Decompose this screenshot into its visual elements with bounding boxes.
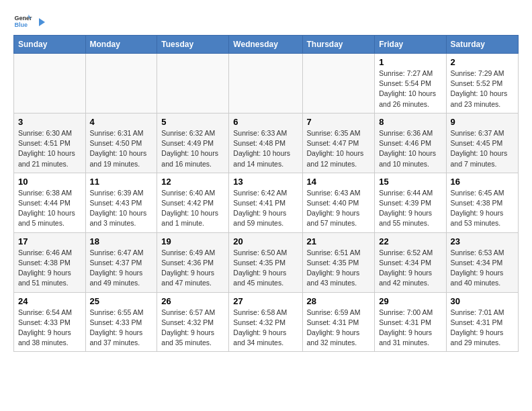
calendar-cell: 28Sunrise: 6:59 AM Sunset: 4:31 PM Dayli… (302, 292, 375, 352)
day-info: Sunrise: 6:46 AM Sunset: 4:38 PM Dayligh… (18, 248, 81, 289)
day-info: Sunrise: 6:37 AM Sunset: 4:45 PM Dayligh… (451, 128, 514, 169)
calendar-cell: 11Sunrise: 6:39 AM Sunset: 4:43 PM Dayli… (85, 173, 157, 232)
day-info: Sunrise: 7:01 AM Sunset: 4:31 PM Dayligh… (451, 308, 514, 349)
logo: General Blue (13, 11, 47, 30)
calendar-cell: 17Sunrise: 6:46 AM Sunset: 4:38 PM Dayli… (14, 232, 86, 292)
day-number: 9 (451, 117, 514, 127)
day-number: 14 (307, 177, 371, 187)
day-info: Sunrise: 6:50 AM Sunset: 4:35 PM Dayligh… (233, 248, 298, 289)
calendar-cell (14, 54, 86, 113)
day-number: 12 (161, 177, 224, 187)
column-header-thursday: Thursday (302, 36, 375, 54)
day-info: Sunrise: 7:00 AM Sunset: 4:31 PM Dayligh… (379, 308, 441, 349)
day-info: Sunrise: 6:39 AM Sunset: 4:43 PM Dayligh… (90, 188, 153, 229)
svg-marker-3 (39, 18, 45, 26)
day-number: 25 (90, 296, 153, 306)
calendar-cell: 6Sunrise: 6:33 AM Sunset: 4:48 PM Daylig… (229, 113, 302, 173)
calendar-cell: 21Sunrise: 6:51 AM Sunset: 4:35 PM Dayli… (302, 232, 375, 292)
day-info: Sunrise: 6:38 AM Sunset: 4:44 PM Dayligh… (18, 188, 81, 229)
calendar-table: SundayMondayTuesdayWednesdayThursdayFrid… (13, 35, 519, 352)
day-info: Sunrise: 6:55 AM Sunset: 4:33 PM Dayligh… (90, 308, 153, 349)
day-info: Sunrise: 6:53 AM Sunset: 4:34 PM Dayligh… (451, 248, 514, 289)
day-info: Sunrise: 6:36 AM Sunset: 4:46 PM Dayligh… (379, 128, 441, 169)
calendar-cell: 25Sunrise: 6:55 AM Sunset: 4:33 PM Dayli… (85, 292, 157, 352)
calendar-cell: 7Sunrise: 6:35 AM Sunset: 4:47 PM Daylig… (302, 113, 375, 173)
svg-text:General: General (14, 15, 32, 21)
day-number: 13 (233, 177, 298, 187)
calendar-cell: 26Sunrise: 6:57 AM Sunset: 4:32 PM Dayli… (157, 292, 229, 352)
day-number: 30 (451, 296, 514, 306)
day-info: Sunrise: 6:58 AM Sunset: 4:32 PM Dayligh… (233, 308, 298, 349)
day-info: Sunrise: 6:44 AM Sunset: 4:39 PM Dayligh… (379, 188, 441, 229)
day-info: Sunrise: 6:42 AM Sunset: 4:41 PM Dayligh… (233, 188, 298, 229)
svg-text:Blue: Blue (14, 21, 28, 28)
column-header-tuesday: Tuesday (157, 36, 229, 54)
calendar-cell: 13Sunrise: 6:42 AM Sunset: 4:41 PM Dayli… (229, 173, 302, 232)
day-number: 10 (18, 177, 81, 187)
week-row-3: 10Sunrise: 6:38 AM Sunset: 4:44 PM Dayli… (14, 173, 519, 232)
day-number: 6 (233, 117, 298, 127)
day-info: Sunrise: 6:45 AM Sunset: 4:38 PM Dayligh… (451, 188, 514, 229)
day-number: 23 (451, 236, 514, 246)
day-number: 4 (90, 117, 153, 127)
calendar-cell: 27Sunrise: 6:58 AM Sunset: 4:32 PM Dayli… (229, 292, 302, 352)
calendar-cell: 23Sunrise: 6:53 AM Sunset: 4:34 PM Dayli… (446, 232, 518, 292)
day-info: Sunrise: 6:32 AM Sunset: 4:49 PM Dayligh… (161, 128, 224, 169)
day-info: Sunrise: 6:35 AM Sunset: 4:47 PM Dayligh… (307, 128, 371, 169)
day-number: 5 (161, 117, 224, 127)
day-number: 26 (161, 296, 224, 306)
calendar-cell: 5Sunrise: 6:32 AM Sunset: 4:49 PM Daylig… (157, 113, 229, 173)
day-info: Sunrise: 6:40 AM Sunset: 4:42 PM Dayligh… (161, 188, 224, 229)
calendar-cell: 24Sunrise: 6:54 AM Sunset: 4:33 PM Dayli… (14, 292, 86, 352)
week-row-2: 3Sunrise: 6:30 AM Sunset: 4:51 PM Daylig… (14, 113, 519, 173)
calendar-cell: 3Sunrise: 6:30 AM Sunset: 4:51 PM Daylig… (14, 113, 86, 173)
calendar-cell (229, 54, 302, 113)
day-number: 8 (379, 117, 441, 127)
day-number: 21 (307, 236, 371, 246)
calendar-cell: 2Sunrise: 7:29 AM Sunset: 5:52 PM Daylig… (446, 54, 518, 113)
column-header-monday: Monday (85, 36, 157, 54)
calendar-cell: 10Sunrise: 6:38 AM Sunset: 4:44 PM Dayli… (14, 173, 86, 232)
calendar-cell: 4Sunrise: 6:31 AM Sunset: 4:50 PM Daylig… (85, 113, 157, 173)
calendar-cell: 1Sunrise: 7:27 AM Sunset: 5:54 PM Daylig… (375, 54, 446, 113)
day-number: 16 (451, 177, 514, 187)
day-number: 19 (161, 236, 224, 246)
week-row-1: 1Sunrise: 7:27 AM Sunset: 5:54 PM Daylig… (14, 54, 519, 113)
column-header-friday: Friday (375, 36, 446, 54)
column-header-sunday: Sunday (14, 36, 86, 54)
week-row-5: 24Sunrise: 6:54 AM Sunset: 4:33 PM Dayli… (14, 292, 519, 352)
logo-arrow-icon (35, 16, 47, 28)
day-number: 29 (379, 296, 441, 306)
day-info: Sunrise: 7:29 AM Sunset: 5:52 PM Dayligh… (451, 68, 514, 109)
day-info: Sunrise: 6:54 AM Sunset: 4:33 PM Dayligh… (18, 308, 81, 349)
calendar-cell: 29Sunrise: 7:00 AM Sunset: 4:31 PM Dayli… (375, 292, 446, 352)
day-number: 2 (451, 57, 514, 67)
column-header-wednesday: Wednesday (229, 36, 302, 54)
calendar-cell: 20Sunrise: 6:50 AM Sunset: 4:35 PM Dayli… (229, 232, 302, 292)
calendar-cell: 14Sunrise: 6:43 AM Sunset: 4:40 PM Dayli… (302, 173, 375, 232)
calendar-cell (157, 54, 229, 113)
column-header-saturday: Saturday (446, 36, 518, 54)
calendar-cell: 18Sunrise: 6:47 AM Sunset: 4:37 PM Dayli… (85, 232, 157, 292)
day-number: 24 (18, 296, 81, 306)
day-info: Sunrise: 6:49 AM Sunset: 4:36 PM Dayligh… (161, 248, 224, 289)
calendar-cell: 15Sunrise: 6:44 AM Sunset: 4:39 PM Dayli… (375, 173, 446, 232)
calendar-cell (85, 54, 157, 113)
day-info: Sunrise: 7:27 AM Sunset: 5:54 PM Dayligh… (379, 68, 441, 109)
day-number: 7 (307, 117, 371, 127)
calendar-cell (302, 54, 375, 113)
day-number: 17 (18, 236, 81, 246)
day-info: Sunrise: 6:57 AM Sunset: 4:32 PM Dayligh… (161, 308, 224, 349)
calendar-cell: 30Sunrise: 7:01 AM Sunset: 4:31 PM Dayli… (446, 292, 518, 352)
header: General Blue (13, 11, 519, 30)
day-info: Sunrise: 6:47 AM Sunset: 4:37 PM Dayligh… (90, 248, 153, 289)
calendar-cell: 8Sunrise: 6:36 AM Sunset: 4:46 PM Daylig… (375, 113, 446, 173)
day-info: Sunrise: 6:31 AM Sunset: 4:50 PM Dayligh… (90, 128, 153, 169)
day-number: 18 (90, 236, 153, 246)
day-number: 15 (379, 177, 441, 187)
calendar-cell: 22Sunrise: 6:52 AM Sunset: 4:34 PM Dayli… (375, 232, 446, 292)
day-number: 27 (233, 296, 298, 306)
day-number: 22 (379, 236, 441, 246)
week-row-4: 17Sunrise: 6:46 AM Sunset: 4:38 PM Dayli… (14, 232, 519, 292)
day-info: Sunrise: 6:52 AM Sunset: 4:34 PM Dayligh… (379, 248, 441, 289)
